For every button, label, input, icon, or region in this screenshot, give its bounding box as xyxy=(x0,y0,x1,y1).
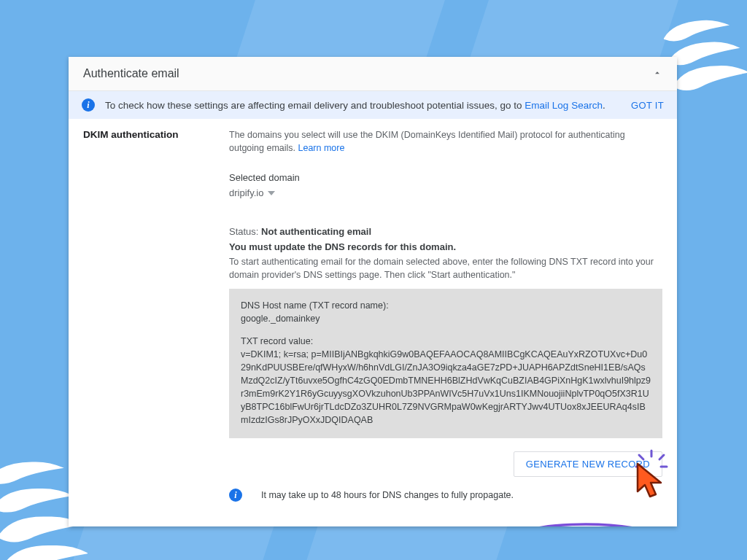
learn-more-link[interactable]: Learn more xyxy=(298,143,345,153)
dismiss-got-it-button[interactable]: GOT IT xyxy=(631,100,664,111)
dns-record-block: DNS Host name (TXT record name): google.… xyxy=(229,289,662,438)
highlight-annotation-icon xyxy=(502,521,670,526)
dns-instructions: To start authenticating email for the do… xyxy=(229,255,662,281)
txt-record-value: v=DKIM1; k=rsa; p=MIIBIjANBgkqhkiG9w0BAQ… xyxy=(241,348,651,427)
selected-domain-label: Selected domain xyxy=(229,172,662,183)
generate-new-record-button[interactable]: GENERATE NEW RECORD xyxy=(514,451,662,477)
info-banner-text: To check how these settings are affectin… xyxy=(105,100,616,111)
section-description: The domains you select will use the DKIM… xyxy=(229,129,662,155)
txt-record-label: TXT record value: xyxy=(241,335,651,348)
settings-card: Authenticate email i To check how these … xyxy=(69,57,677,526)
section-title: DKIM authentication xyxy=(83,129,229,140)
email-log-search-link[interactable]: Email Log Search xyxy=(525,100,603,111)
dns-host-label: DNS Host name (TXT record name): xyxy=(241,299,651,312)
svg-point-0 xyxy=(506,524,666,526)
card-title: Authenticate email xyxy=(83,67,179,80)
collapse-chevron-icon[interactable] xyxy=(652,68,662,80)
status-line: Status: Not authenticating email xyxy=(229,226,662,237)
selected-domain-value: dripify.io xyxy=(229,187,263,198)
dns-host-value: google._domainkey xyxy=(241,312,651,325)
info-banner: i To check how these settings are affect… xyxy=(69,91,677,119)
selected-domain-dropdown[interactable]: dripify.io xyxy=(229,187,662,198)
dropdown-caret-icon xyxy=(268,191,275,195)
dns-update-warning: You must update the DNS records for this… xyxy=(229,241,662,252)
propagation-note: i It may take up to 48 hours for DNS cha… xyxy=(229,489,662,502)
info-icon: i xyxy=(82,98,95,112)
card-header[interactable]: Authenticate email xyxy=(69,57,677,91)
info-icon: i xyxy=(229,489,242,502)
